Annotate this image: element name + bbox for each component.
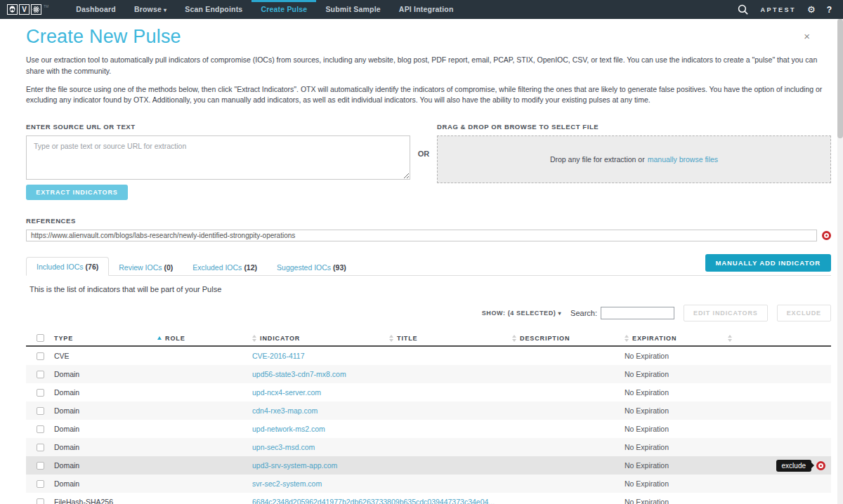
table-header-row: TYPE ROLE INDICATOR TITLE DESCRIPTION EX… [26,330,831,347]
sort-icon[interactable] [512,335,516,342]
row-checkbox[interactable] [37,389,44,397]
sort-icon[interactable] [625,335,629,342]
tab-excluded-iocs[interactable]: Excluded IOCs(12) [183,258,267,276]
row-checkbox[interactable] [37,498,44,504]
indicator-expiration: No Expiration [625,443,728,451]
indicator-link[interactable]: upd3-srv-system-app.com [252,461,337,470]
source-text-input[interactable] [26,135,410,180]
column-header-description[interactable]: DESCRIPTION [512,335,625,342]
table-row[interactable]: Domain upd-network-ms2.com No Expiration [26,420,831,438]
references-section: REFERENCES [26,217,831,241]
search-icon[interactable] [737,4,749,15]
indicator-type: Domain [54,479,157,488]
column-header-title[interactable]: TITLE [389,335,512,342]
nav-item-dashboard[interactable]: Dashboard [67,0,125,19]
indicators-table: TYPE ROLE INDICATOR TITLE DESCRIPTION EX… [26,330,831,504]
create-pulse-panel: Create New Pulse × Use our extraction to… [0,19,843,504]
tab-included-iocs[interactable]: Included IOCs(76) [26,257,109,276]
table-row[interactable]: Domain cdn4-rxe3-map.com No Expiration [26,402,831,420]
indicator-link[interactable]: upd-ncx4-server.com [252,388,321,397]
row-checkbox[interactable] [37,425,44,433]
table-row[interactable]: Domain upd3-srv-system-app.com No Expira… [26,456,831,475]
indicator-type: CVE [54,352,157,360]
sort-ascending-icon[interactable] [157,336,162,340]
table-row[interactable]: Domain upd56-state3-cdn7-mx8.com No Expi… [26,365,831,383]
sort-icon[interactable] [728,335,732,342]
tab-suggested-iocs[interactable]: Suggested IOCs(93) [267,258,356,276]
nav-item-submit-sample[interactable]: Submit Sample [316,0,389,19]
indicator-type: Domain [54,461,157,470]
row-checkbox[interactable] [37,480,44,488]
row-checkbox[interactable] [37,407,44,415]
column-header-expiration[interactable]: EXPIRATION [625,335,728,342]
sort-icon[interactable] [389,335,393,342]
browse-files-link[interactable]: manually browse files [648,155,718,164]
column-header-role[interactable]: ROLE [157,335,252,342]
gear-icon[interactable]: ⚙ [807,5,816,14]
table-search-input[interactable] [601,307,674,319]
nav-item-scan-endpoints[interactable]: Scan Endpoints [176,0,251,19]
extract-indicators-button[interactable]: EXTRACT INDICATORS [26,185,128,200]
table-controls: SHOW: (4 SELECTED) ▾ Search: EDIT INDICA… [26,305,831,321]
table-row[interactable]: FileHash-SHA256 6684c2348d205962d41977b2… [26,493,831,504]
nav-item-api-integration[interactable]: API Integration [390,0,463,19]
table-row[interactable]: Domain svr-sec2-system.com No Expiration [26,475,831,493]
drag-drop-label: DRAG & DROP OR BROWSE TO SELECT FILE [437,123,831,131]
indicator-type: Domain [54,406,157,415]
help-icon[interactable]: ? [827,6,832,14]
alienvault-otx-logo[interactable]: V TM [7,4,48,15]
row-checkbox[interactable] [37,352,44,360]
column-header-type[interactable]: TYPE [54,335,157,342]
exclude-button[interactable]: EXCLUDE [777,305,831,321]
alien-head-icon [7,4,18,15]
trademark-mark: TM [44,4,48,8]
indicator-type: Domain [54,443,157,451]
scrollbar-thumb[interactable] [837,19,843,138]
indicator-expiration: No Expiration [625,479,728,488]
indicator-expiration: No Expiration [625,406,728,415]
row-checkbox[interactable] [37,371,44,378]
show-columns-dropdown[interactable]: SHOW: (4 SELECTED) ▾ [482,310,561,317]
select-all-checkbox[interactable] [37,334,44,342]
username-menu[interactable]: APTEST [760,6,796,13]
exclude-indicator-icon[interactable] [816,461,825,470]
column-header-indicator[interactable]: INDICATOR [252,335,389,342]
table-row[interactable]: CVE CVE-2016-4117 No Expiration [26,347,831,365]
manually-add-indicator-button[interactable]: MANUALLY ADD INDICATOR [705,254,831,272]
chevron-down-icon: ▾ [558,310,561,317]
indicator-expiration: No Expiration [625,498,728,504]
indicator-type: FileHash-SHA256 [54,498,157,504]
close-icon[interactable]: × [804,30,810,42]
indicator-link[interactable]: upn-sec3-msd.com [252,443,315,451]
search-label: Search: [570,309,597,317]
indicator-link[interactable]: upd-network-ms2.com [252,425,325,433]
reference-url-input[interactable] [26,230,817,241]
table-row[interactable]: Domain upn-sec3-msd.com No Expiration [26,438,831,456]
edit-indicators-button[interactable]: EDIT INDICATORS [684,305,768,321]
indicator-link[interactable]: cdn4-rxe3-map.com [252,406,318,415]
indicator-expiration: No Expiration [625,370,728,378]
table-row[interactable]: Domain upd-ncx4-server.com No Expiration [26,383,831,402]
tab-review-iocs[interactable]: Review IOCs(0) [109,258,183,276]
indicator-expiration: No Expiration [625,352,728,360]
letter-v-logo-box: V [19,4,30,15]
row-checkbox[interactable] [37,444,44,451]
exclude-tooltip: exclude [776,460,811,472]
indicator-link[interactable]: CVE-2016-4117 [252,352,305,360]
indicator-link[interactable]: upd56-state3-cdn7-mx8.com [252,370,346,378]
file-dropzone[interactable]: Drop any file for extraction or manually… [437,135,831,183]
references-label: REFERENCES [26,217,831,225]
remove-reference-icon[interactable] [822,231,831,240]
scrollbar-track [837,19,843,504]
column-header-actions[interactable] [728,335,831,342]
indicator-link[interactable]: 6684c2348d205962d41977b2db6263733809b635… [252,498,495,504]
indicator-link[interactable]: svr-sec2-system.com [252,479,322,488]
nav-menu: Dashboard Browse▾ Scan Endpoints Create … [67,0,462,19]
nav-item-browse[interactable]: Browse▾ [125,0,176,19]
intro-paragraph-2: Enter the file source using one of the m… [26,84,831,107]
row-checkbox[interactable] [37,462,44,470]
sort-icon[interactable] [252,335,256,342]
list-description-text: This is the list of indicators that will… [30,285,831,293]
indicator-expiration: No Expiration [625,461,728,470]
nav-item-create-pulse[interactable]: Create Pulse [251,0,316,19]
